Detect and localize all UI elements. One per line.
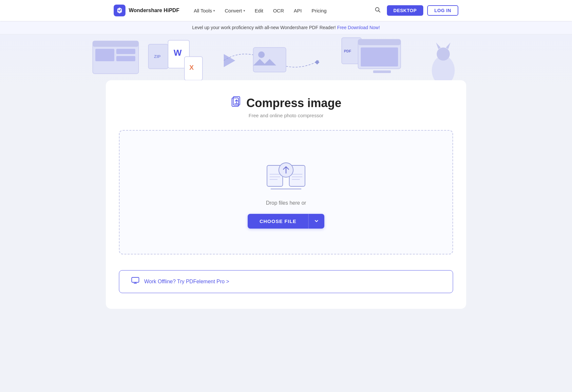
svg-rect-20 xyxy=(358,39,401,45)
choose-file-button-group[interactable]: CHOOSE FILE xyxy=(248,214,324,229)
nav-links: All Tools ▾ Convert ▾ Edit OCR API Prici… xyxy=(190,6,362,15)
svg-rect-4 xyxy=(95,49,114,61)
svg-marker-25 xyxy=(436,43,441,49)
chevron-down-icon xyxy=(314,218,319,224)
brand-name: Wondershare HiPDF xyxy=(129,8,179,13)
offline-text: Work Offline? Try PDFelement Pro > xyxy=(144,279,229,285)
logo[interactable]: Wondershare HiPDF xyxy=(114,5,179,16)
promo-banner: Level up your work proficiency with all-… xyxy=(0,21,572,34)
choose-file-dropdown-button[interactable] xyxy=(308,214,324,229)
navbar: Wondershare HiPDF All Tools ▾ Convert ▾ … xyxy=(0,0,572,21)
hero-background: ZIP W X PDF xyxy=(0,34,572,87)
svg-marker-26 xyxy=(446,43,450,49)
nav-edit[interactable]: Edit xyxy=(251,6,267,15)
tool-subtitle: Free and online photo compressor xyxy=(119,113,453,118)
svg-rect-40 xyxy=(132,277,139,282)
search-icon xyxy=(374,7,381,13)
compress-icon xyxy=(231,96,242,110)
svg-text:PDF: PDF xyxy=(344,49,351,53)
monitor-icon xyxy=(131,276,140,287)
svg-rect-5 xyxy=(116,49,135,54)
drop-zone[interactable]: Drop files here or CHOOSE FILE xyxy=(119,130,453,254)
svg-line-1 xyxy=(378,10,380,12)
login-button[interactable]: LOG IN xyxy=(427,5,458,16)
logo-icon xyxy=(114,5,125,16)
nav-ocr[interactable]: OCR xyxy=(269,6,288,15)
tool-title: Compress image xyxy=(246,96,341,110)
search-button[interactable] xyxy=(372,5,383,17)
tool-card: Compress image Free and online photo com… xyxy=(106,80,466,309)
svg-text:X: X xyxy=(189,64,194,71)
banner-link[interactable]: Free Download Now! xyxy=(337,25,380,30)
svg-rect-21 xyxy=(361,47,398,66)
svg-text:W: W xyxy=(174,48,182,58)
hero-illustration: ZIP W X PDF xyxy=(0,34,572,87)
svg-point-24 xyxy=(437,47,450,61)
nav-pricing[interactable]: Pricing xyxy=(308,6,331,15)
desktop-button[interactable]: DESKTOP xyxy=(387,5,423,16)
svg-rect-22 xyxy=(373,70,391,73)
nav-convert[interactable]: Convert ▾ xyxy=(221,6,249,15)
svg-point-15 xyxy=(258,51,265,58)
nav-all-tools[interactable]: All Tools ▾ xyxy=(190,6,219,15)
svg-rect-3 xyxy=(93,41,139,47)
chevron-down-icon: ▾ xyxy=(213,9,215,12)
chevron-down-icon: ▾ xyxy=(243,9,245,12)
tool-title-area: Compress image xyxy=(119,96,453,110)
offline-banner[interactable]: Work Offline? Try PDFelement Pro > xyxy=(119,270,453,293)
nav-api[interactable]: API xyxy=(290,6,306,15)
main-content: Compress image Free and online photo com… xyxy=(0,87,572,328)
svg-rect-6 xyxy=(116,56,135,61)
nav-right: DESKTOP LOG IN xyxy=(372,5,458,17)
upload-icon-area xyxy=(263,156,309,192)
banner-text: Level up your work proficiency with all-… xyxy=(192,25,336,30)
choose-file-button[interactable]: CHOOSE FILE xyxy=(248,214,308,229)
drop-text: Drop files here or xyxy=(266,200,306,206)
svg-text:ZIP: ZIP xyxy=(154,54,161,59)
